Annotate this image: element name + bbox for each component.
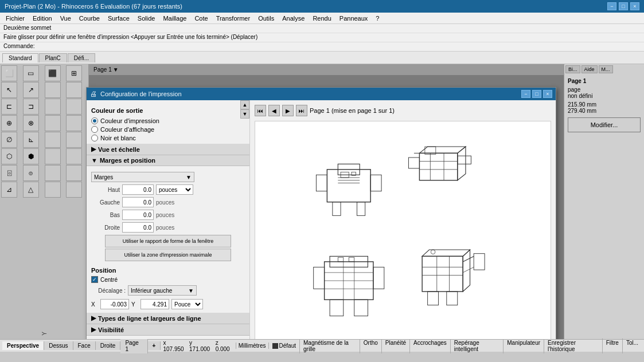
centre-checkbox-row[interactable]: ✓ Centré <box>87 275 249 284</box>
margin-droite-input[interactable] <box>122 222 154 233</box>
btn-zone-impression[interactable]: Utiliser la zone d'impression maximale <box>105 249 231 261</box>
margin-haut-unit[interactable]: pouces mm <box>156 184 193 195</box>
visibility-label: Visibilité <box>98 326 124 333</box>
mode-accrochages[interactable]: Accrochages <box>409 339 450 353</box>
status-tab-face[interactable]: Face <box>73 341 96 350</box>
mode-magnétisme[interactable]: Magnétisme de la grille <box>299 339 360 353</box>
centre-checkbox[interactable]: ✓ <box>91 276 98 283</box>
title-bar: Projet-Plan (2 Mo) - Rhinoceros 6 Evalua… <box>0 0 644 13</box>
centre-label: Centré <box>100 277 118 283</box>
mode-planéité[interactable]: Planéité <box>381 339 409 353</box>
modal-scrollbar: ▲ ▼ <box>240 100 249 119</box>
status-tab-perspective[interactable]: Perspective <box>2 341 44 350</box>
marges-position-header[interactable]: ▼ Marges et position <box>87 155 249 166</box>
modal-close-btn[interactable]: × <box>543 90 552 98</box>
close-btn[interactable]: × <box>630 2 639 10</box>
unit-display: Millimètres <box>236 343 268 349</box>
svg-rect-33 <box>338 257 343 262</box>
status-tab-droite[interactable]: Droite <box>96 341 121 350</box>
command-row: Commande: <box>0 42 644 52</box>
mode-historique[interactable]: Enregistrer l'historique <box>544 339 602 353</box>
svg-rect-19 <box>457 156 471 164</box>
marges-position-content: Marges ▼ Haut pouces mm <box>87 166 249 266</box>
menu-surface[interactable]: Surface <box>104 14 133 22</box>
x-input[interactable] <box>100 299 129 309</box>
status-tab-page1[interactable]: Page 1 <box>120 339 147 353</box>
marges-dropdown-label: Marges <box>94 174 113 180</box>
preview-svg <box>294 131 512 339</box>
menu-courbe[interactable]: Courbe <box>76 14 103 22</box>
margin-gauche-unit: pouces <box>156 199 176 206</box>
decalage-label: Décalage : <box>91 288 126 294</box>
scroll-down-btn[interactable]: ▼ <box>240 109 249 119</box>
toolbar-tab-planc[interactable]: PlanC <box>39 53 67 62</box>
page-label: Page 1 (mise en page 1 sur 1) <box>310 107 395 114</box>
margin-bas-row: Bas pouces <box>91 210 245 220</box>
info-row-1: Deuxième sommet <box>0 24 644 33</box>
btn-rapport-forme[interactable]: Utiliser le rapport de forme de la fenêt… <box>105 235 231 247</box>
modal-minimize-btn[interactable]: − <box>521 90 530 98</box>
menu-rendu[interactable]: Rendu <box>309 14 334 22</box>
svg-rect-2 <box>316 175 327 191</box>
svg-marker-13 <box>457 147 465 180</box>
margin-haut-input[interactable] <box>122 184 154 195</box>
menu-maillage[interactable]: Maillage <box>159 14 190 22</box>
maximize-btn[interactable]: □ <box>619 2 628 10</box>
marges-dropdown-arrow: ▼ <box>186 174 192 180</box>
svg-rect-4 <box>332 202 340 216</box>
modal-maximize-btn[interactable]: □ <box>532 90 541 98</box>
menu-fichier[interactable]: Fichier <box>2 14 28 22</box>
modal-dialog: 🖨 Configuration de l'impression − □ × ▲ … <box>86 87 556 339</box>
svg-rect-11 <box>419 153 457 180</box>
mode-tol[interactable]: Tol... <box>622 339 642 353</box>
radio-couleur-impression[interactable]: Couleur d'impression <box>91 117 245 124</box>
status-modes: Magnétisme de la grille Ortho Planéité A… <box>299 339 642 353</box>
mode-reperage[interactable]: Repérage intelligent <box>450 339 503 353</box>
menu-edition[interactable]: Edition <box>29 14 56 22</box>
menu-help[interactable]: ? <box>372 14 383 22</box>
toolbar-tab-defi[interactable]: Défi... <box>68 53 95 62</box>
minimize-btn[interactable]: − <box>607 2 616 10</box>
menu-transformer[interactable]: Transformer <box>213 14 254 22</box>
xy-row: X Y Pouce mm <box>87 298 249 310</box>
menu-vue[interactable]: Vue <box>57 14 75 22</box>
margin-gauche-input[interactable] <box>122 197 154 207</box>
y-input[interactable] <box>140 299 169 309</box>
radio-couleur-affichage[interactable]: Couleur d'affichage <box>91 126 245 133</box>
menu-cote[interactable]: Cote <box>191 14 211 22</box>
menu-analyse[interactable]: Analyse <box>279 14 308 22</box>
nav-prev-btn[interactable]: ◀ <box>268 105 280 116</box>
marges-dropdown[interactable]: Marges ▼ <box>91 172 194 182</box>
nav-first-btn[interactable]: ⏮ <box>255 105 266 116</box>
x-label: X <box>91 301 98 308</box>
decalage-dropdown[interactable]: Inférieur gauche ▼ <box>128 285 197 296</box>
menu-panneaux[interactable]: Panneaux <box>336 14 372 22</box>
menu-outils[interactable]: Outils <box>255 14 278 22</box>
svg-rect-27 <box>354 300 368 316</box>
drawing-topleft <box>316 164 381 215</box>
coord-y: y 171.000 <box>189 340 213 352</box>
radio-noir-blanc[interactable]: Noir et blanc <box>91 135 245 141</box>
margin-bas-input[interactable] <box>122 210 154 220</box>
info-row-2: Faire glisser pour définir une fenêtre d… <box>0 33 644 42</box>
visibility-header[interactable]: ▶ Visibilité <box>87 324 249 336</box>
status-tab-dessus[interactable]: Dessus <box>44 341 73 350</box>
status-tab-add[interactable]: + <box>148 341 161 350</box>
toolbar-tab-standard[interactable]: Standard <box>2 53 38 62</box>
modal-icon: 🖨 <box>90 90 97 98</box>
nav-next-btn[interactable]: ▶ <box>282 105 294 116</box>
line-types-header[interactable]: ▶ Types de ligne et largeurs de ligne <box>87 313 249 324</box>
mode-manipulateur[interactable]: Manipulateur <box>503 339 544 353</box>
svg-line-44 <box>463 256 474 261</box>
scroll-up-btn[interactable]: ▲ <box>240 100 249 109</box>
menu-solide[interactable]: Solide <box>134 14 159 22</box>
mode-ortho[interactable]: Ortho <box>360 339 381 353</box>
vue-echelle-header[interactable]: ▶ Vue et échelle <box>87 144 249 155</box>
nav-last-btn[interactable]: ⏭ <box>296 105 307 116</box>
xy-unit[interactable]: Pouce mm <box>171 299 203 309</box>
modal-overlay: 🖨 Configuration de l'impression − □ × ▲ … <box>0 64 644 339</box>
line-types-label: Types de ligne et largeurs de ligne <box>98 315 201 322</box>
mode-filtre[interactable]: Filtre <box>602 339 622 353</box>
status-bar: Perspective Dessus Face Droite Page 1 + … <box>0 339 644 352</box>
svg-rect-25 <box>373 267 384 289</box>
